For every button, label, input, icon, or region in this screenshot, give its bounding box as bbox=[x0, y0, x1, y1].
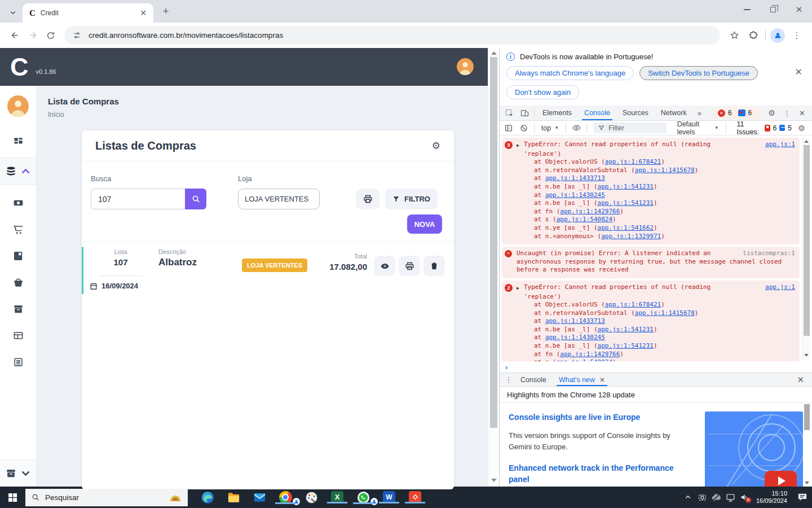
issues-summary[interactable]: 11 Issues: 6 5 bbox=[736, 120, 792, 136]
device-toolbar-icon[interactable] bbox=[517, 106, 532, 120]
dont-show-again-button[interactable]: Don't show again bbox=[506, 85, 579, 99]
sidebar-item-list[interactable] bbox=[0, 349, 36, 375]
stack-frame-link[interactable]: app.js:1:541231 bbox=[598, 199, 654, 207]
delete-button[interactable] bbox=[423, 256, 445, 276]
user-avatar[interactable] bbox=[457, 58, 474, 75]
clear-console-icon[interactable] bbox=[517, 121, 529, 135]
stack-frame-link[interactable]: app.js:1:1415678 bbox=[635, 167, 695, 174]
network-icon[interactable] bbox=[723, 493, 738, 502]
stack-frame-link[interactable]: app.js:1:1429766 bbox=[560, 208, 620, 215]
taskbar-edge[interactable] bbox=[195, 491, 220, 504]
play-button[interactable] bbox=[765, 471, 797, 487]
bookmark-star-icon[interactable] bbox=[725, 27, 744, 45]
taskbar-red-app[interactable] bbox=[402, 491, 428, 503]
busca-input[interactable] bbox=[91, 189, 185, 209]
whats-new-scrollbar[interactable] bbox=[803, 403, 811, 487]
infobar-close-icon[interactable]: ✕ bbox=[795, 67, 802, 77]
sidebar-item-basket[interactable] bbox=[0, 269, 36, 296]
stack-frame-link[interactable]: app.js:1:678421 bbox=[605, 301, 661, 308]
sidebar-item-archive[interactable] bbox=[0, 296, 36, 322]
volume-muted-icon[interactable]: ✕ bbox=[738, 493, 752, 502]
console-filter-input[interactable]: Filter bbox=[593, 122, 666, 133]
start-button[interactable] bbox=[0, 487, 25, 508]
scroll-up-arrow[interactable] bbox=[491, 51, 497, 55]
status-badges[interactable]: ✕ 6 6 bbox=[713, 107, 760, 119]
drawer-tab-console[interactable]: Console bbox=[514, 373, 553, 386]
profile-avatar[interactable] bbox=[768, 27, 787, 45]
drawer-tab-close-icon[interactable]: ✕ bbox=[599, 376, 605, 384]
page-scrollbar[interactable] bbox=[488, 48, 499, 487]
scrollbar-thumb[interactable] bbox=[490, 57, 497, 428]
stack-frame-link[interactable]: app.js:1:1429766 bbox=[560, 351, 620, 358]
browser-tab-credit[interactable]: C Credit ✕ bbox=[23, 3, 153, 23]
stack-frame-link[interactable]: app.js:1:540824 bbox=[557, 358, 612, 361]
reload-button[interactable] bbox=[42, 27, 60, 45]
stack-frame-link[interactable]: app.js:1:541662 bbox=[598, 224, 654, 231]
stack-frame-link[interactable]: app.js:1:1433713 bbox=[545, 317, 605, 325]
scroll-down-arrow[interactable] bbox=[805, 481, 809, 484]
meet-now-icon[interactable] bbox=[695, 493, 709, 502]
gear-icon[interactable]: ⚙ bbox=[432, 141, 440, 151]
tray-clock[interactable]: 15:10 16/09/2024 bbox=[756, 490, 787, 505]
taskbar-file-explorer[interactable] bbox=[220, 491, 246, 504]
tab-close-icon[interactable]: ✕ bbox=[140, 8, 147, 17]
sidebar-item-book[interactable] bbox=[0, 243, 36, 269]
sidebar-item-movimentacoes[interactable] bbox=[0, 157, 36, 185]
tab-search-button[interactable] bbox=[6, 5, 20, 20]
window-restore-button[interactable] bbox=[760, 0, 786, 19]
tray-chevron-up-icon[interactable] bbox=[681, 494, 695, 501]
more-tabs-icon[interactable]: » bbox=[693, 109, 706, 117]
scrollbar-thumb[interactable] bbox=[804, 145, 810, 336]
print-button[interactable] bbox=[356, 189, 379, 209]
devtools-settings-gear-icon[interactable]: ⚙ bbox=[764, 106, 779, 120]
tab-elements[interactable]: Elements bbox=[536, 106, 578, 120]
scroll-down-arrow[interactable] bbox=[804, 354, 809, 357]
tab-network[interactable]: Network bbox=[655, 106, 693, 120]
console-prompt[interactable]: › bbox=[500, 361, 812, 373]
taskbar-whatsapp[interactable] bbox=[350, 491, 376, 504]
inspect-element-icon[interactable] bbox=[502, 106, 517, 120]
search-button[interactable] bbox=[185, 189, 206, 209]
stack-frame-link[interactable]: app.js:1:1430245 bbox=[545, 334, 605, 341]
message-source-link[interactable]: app.js:1 bbox=[760, 141, 795, 149]
taskbar-paint[interactable] bbox=[298, 491, 324, 504]
drawer-tab-whats-new[interactable]: What's new ✕ bbox=[553, 373, 611, 386]
stack-frame-link[interactable]: app.js:1:1430245 bbox=[545, 191, 605, 199]
window-minimize-button[interactable] bbox=[734, 0, 760, 19]
scrollbar-thumb[interactable] bbox=[804, 404, 810, 430]
stack-frame-link[interactable]: app.js:1:541231 bbox=[598, 342, 654, 349]
match-language-button[interactable]: Always match Chrome's language bbox=[506, 66, 634, 80]
context-selector[interactable]: top ▼ bbox=[539, 124, 562, 132]
back-button[interactable] bbox=[6, 27, 24, 45]
levels-selector[interactable]: Default levels ▼ bbox=[674, 120, 722, 136]
stack-frame-link[interactable]: app.js:1:1329971 bbox=[601, 233, 661, 240]
stack-frame-link[interactable]: app.js:1:541231 bbox=[598, 183, 654, 190]
tab-sources[interactable]: Sources bbox=[616, 106, 655, 120]
scroll-down-arrow[interactable] bbox=[491, 479, 497, 482]
taskbar-chrome[interactable] bbox=[272, 491, 298, 504]
sidebar-item-bottom-archive[interactable] bbox=[0, 459, 36, 487]
console-scrollbar[interactable] bbox=[802, 137, 810, 360]
action-center-icon[interactable] bbox=[793, 493, 812, 502]
onedrive-offline-icon[interactable] bbox=[709, 492, 723, 502]
breadcrumb-sub[interactable]: Início bbox=[48, 111, 488, 119]
devtools-menu-kebab-icon[interactable]: ⋮ bbox=[779, 106, 795, 120]
taskbar-search-box[interactable]: Pesquisar bbox=[25, 489, 188, 506]
expand-triangle-icon[interactable]: ▶ bbox=[517, 283, 524, 293]
expand-triangle-icon[interactable]: ▶ bbox=[517, 141, 524, 150]
forward-button[interactable] bbox=[24, 27, 42, 45]
switch-portuguese-button[interactable]: Switch DevTools to Portuguese bbox=[639, 66, 758, 80]
devtools-close-icon[interactable]: ✕ bbox=[795, 106, 810, 120]
whats-new-heading-2[interactable]: Enhanced network track in the Performanc… bbox=[509, 462, 696, 485]
drawer-menu-kebab-icon[interactable]: ⋮ bbox=[503, 375, 514, 384]
new-tab-button[interactable]: + bbox=[158, 3, 174, 19]
list-item[interactable]: Lista 107 Descrição Albatroz LOJA VERTEN… bbox=[82, 242, 454, 298]
sidebar-item-money[interactable] bbox=[0, 190, 36, 216]
filtro-button[interactable]: FILTRO bbox=[385, 189, 438, 209]
taskbar-word[interactable]: W bbox=[376, 491, 402, 503]
tab-console[interactable]: Console bbox=[578, 106, 616, 120]
console-settings-gear-icon[interactable]: ⚙ bbox=[794, 121, 809, 135]
live-expression-eye-icon[interactable] bbox=[570, 121, 582, 135]
taskbar-mail[interactable] bbox=[246, 491, 272, 504]
whats-new-video-thumbnail[interactable] bbox=[705, 411, 803, 487]
